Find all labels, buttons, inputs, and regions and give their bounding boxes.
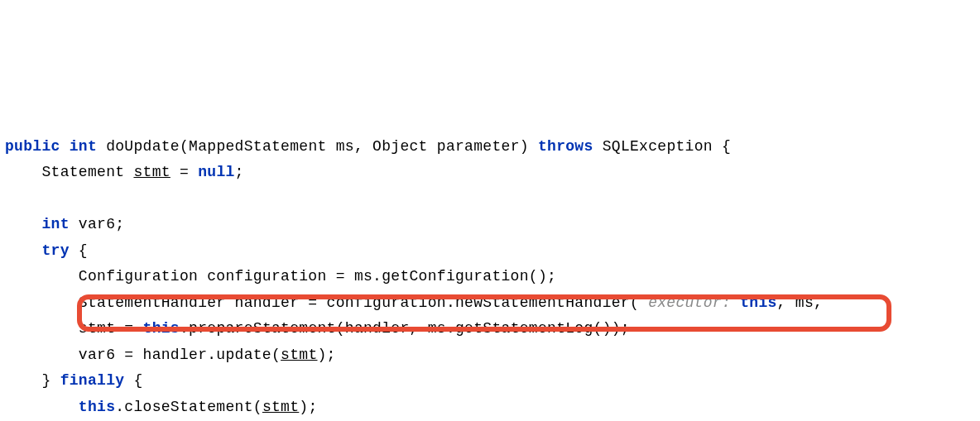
code-text: { bbox=[70, 242, 88, 259]
keyword-this: this bbox=[79, 399, 115, 415]
code-text bbox=[97, 138, 106, 155]
keyword-finally: finally bbox=[60, 372, 125, 389]
variable: stmt bbox=[281, 347, 317, 363]
keyword-public: public bbox=[5, 138, 60, 155]
code-text: ); bbox=[299, 399, 317, 415]
code-text: Configuration configuration = ms.getConf… bbox=[79, 268, 556, 285]
code-text: { bbox=[124, 372, 142, 389]
variable: stmt bbox=[133, 164, 170, 180]
code-text: Statement bbox=[41, 164, 133, 180]
exception-type: SQLException { bbox=[603, 138, 731, 155]
indent bbox=[5, 347, 79, 363]
code-text: var6 = handler.update( bbox=[79, 347, 281, 363]
code-text: .closeStatement( bbox=[115, 399, 262, 415]
indent bbox=[5, 320, 79, 337]
code-text bbox=[529, 138, 538, 155]
code-text: = bbox=[171, 164, 198, 180]
indent bbox=[5, 294, 79, 311]
code-text: var6; bbox=[70, 216, 125, 232]
indent bbox=[5, 399, 79, 415]
keyword-int: int bbox=[70, 138, 97, 155]
indent bbox=[5, 372, 41, 389]
keyword-this: this bbox=[143, 320, 180, 337]
code-text bbox=[593, 138, 603, 155]
code-text: stmt = bbox=[79, 320, 143, 337]
variable: stmt bbox=[262, 399, 299, 415]
code-text: .prepareStatement(handler, ms.getStateme… bbox=[180, 320, 630, 337]
code-text: ; bbox=[235, 164, 244, 180]
code-text: ); bbox=[318, 347, 336, 363]
code-text: , ms, bbox=[777, 294, 824, 311]
indent bbox=[5, 268, 79, 285]
indent bbox=[5, 164, 41, 180]
indent bbox=[5, 242, 41, 259]
code-text bbox=[60, 138, 70, 155]
indent bbox=[5, 216, 41, 232]
keyword-null: null bbox=[198, 164, 234, 180]
code-text: StatementHandler handler = configuration… bbox=[79, 294, 639, 311]
method-signature: doUpdate(MappedStatement ms, Object para… bbox=[106, 138, 529, 155]
keyword-throws: throws bbox=[538, 138, 593, 155]
keyword-int: int bbox=[41, 216, 69, 232]
keyword-try: try bbox=[41, 242, 69, 259]
code-block: public int doUpdate(MappedStatement ms, … bbox=[5, 108, 975, 421]
parameter-hint: executor: bbox=[639, 294, 740, 311]
code-text: } bbox=[41, 372, 60, 389]
keyword-this: this bbox=[740, 294, 776, 311]
